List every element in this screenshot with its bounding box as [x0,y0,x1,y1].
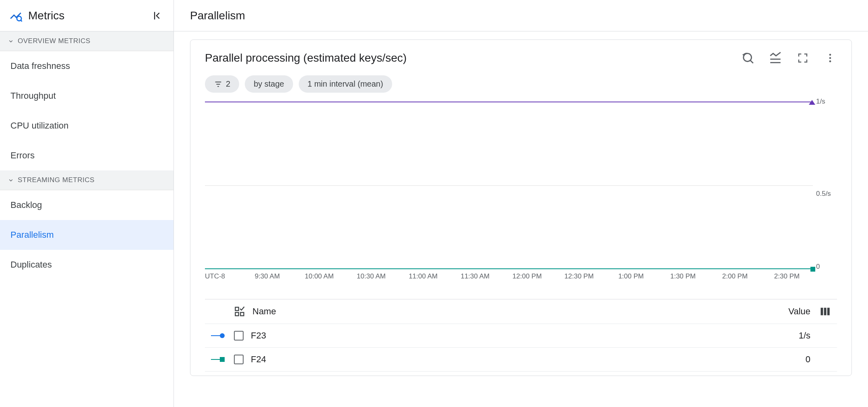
sidebar-item-errors[interactable]: Errors [0,141,174,170]
legend-name-header[interactable]: Name [250,306,766,317]
legend-toggle-button[interactable] [769,51,782,65]
series-marker [207,357,229,362]
filter-count-chip[interactable]: 2 [205,75,239,93]
x-tick-label: 2:30 PM [761,272,813,289]
section-header-overview[interactable]: OVERVIEW METRICS [0,31,174,51]
collapse-sidebar-button[interactable] [151,9,164,22]
svg-rect-13 [236,307,239,311]
series-line-f24 [205,268,813,269]
svg-rect-17 [824,308,827,316]
chart-plot [205,102,813,269]
sidebar-title: Metrics [28,9,151,22]
x-tick-label: 1:30 PM [657,272,709,289]
x-axis: UTC-8 9:30 AM 10:00 AM 10:30 AM 11:00 AM… [205,272,813,289]
more-vert-icon [825,52,836,64]
more-options-button[interactable] [823,51,837,65]
filter-icon [214,80,223,89]
card-header: Parallel processing (estimated keys/sec) [205,51,837,65]
series-name: F23 [248,330,766,341]
x-tick-label: 11:00 AM [397,272,449,289]
series-line-f23 [205,102,813,102]
series-marker [207,333,229,338]
sidebar-item-cpu-utilization[interactable]: CPU utilization [0,111,174,141]
section-label: OVERVIEW METRICS [18,37,91,45]
svg-point-9 [829,60,831,62]
sidebar: Metrics OVERVIEW METRICS Data freshness … [0,0,174,407]
x-tick-label: 10:30 AM [345,272,397,289]
triangle-marker-icon [809,100,815,105]
y-tick-label: 0 [816,263,820,271]
svg-point-8 [829,57,831,59]
y-tick-label: 0.5/s [816,190,831,198]
reset-zoom-button[interactable] [741,51,755,65]
section-header-streaming[interactable]: STREAMING METRICS [0,170,174,190]
sidebar-item-throughput[interactable]: Throughput [0,81,174,111]
sidebar-item-parallelism[interactable]: Parallelism [0,220,174,250]
zoom-reset-icon [741,51,755,65]
legend-header-row: Name Value [205,299,837,324]
legend-table: Name Value F23 1/s [205,299,837,372]
svg-rect-18 [827,308,830,316]
svg-line-1 [21,20,22,21]
svg-rect-15 [240,312,244,316]
svg-rect-14 [236,312,239,316]
x-tick-label: 12:30 PM [553,272,605,289]
gridline [205,185,813,186]
main-header: Parallelism [174,0,868,31]
x-tick-label: 9:30 AM [241,272,293,289]
main: Parallelism Parallel processing (estimat… [174,0,868,407]
series-value: 0 [766,354,814,365]
card-actions [741,51,837,65]
series-name: F24 [248,354,766,365]
legend-icon [769,51,782,65]
svg-point-7 [829,54,831,56]
chip-label: by stage [254,79,284,89]
timezone-label: UTC-8 [205,272,241,289]
sidebar-header: Metrics [0,0,174,31]
svg-line-3 [750,60,753,63]
x-tick-label: 10:00 AM [293,272,345,289]
square-marker-icon [810,267,815,272]
x-tick-label: 1:00 PM [605,272,657,289]
interval-chip[interactable]: 1 min interval (mean) [299,75,392,93]
filter-chips: 2 by stage 1 min interval (mean) [205,75,837,93]
chart-card: Parallel processing (estimated keys/sec) [190,39,852,376]
series-checkbox[interactable] [229,355,248,364]
chevron-down-icon [7,37,14,45]
columns-icon [819,306,831,317]
chip-label: 1 min interval (mean) [308,79,383,89]
chart[interactable]: 1/s 0.5/s 0 UTC-8 9:30 AM 10:00 AM 10:30… [205,99,837,289]
legend-row[interactable]: F24 0 [205,348,837,372]
sidebar-item-data-freshness[interactable]: Data freshness [0,51,174,81]
legend-row[interactable]: F23 1/s [205,324,837,348]
series-checkbox[interactable] [229,331,248,341]
columns-button[interactable] [814,306,835,317]
series-value: 1/s [766,330,814,341]
grid-check-icon [234,306,245,317]
x-tick-label: 11:30 AM [449,272,501,289]
chevron-left-bar-icon [152,10,163,21]
fullscreen-button[interactable] [796,51,810,65]
section-label: STREAMING METRICS [18,176,95,184]
x-tick-label: 12:00 PM [501,272,553,289]
sidebar-item-duplicates[interactable]: Duplicates [0,250,174,280]
chevron-down-icon [7,177,14,184]
legend-value-header[interactable]: Value [766,306,814,317]
svg-rect-16 [821,308,823,316]
sidebar-item-backlog[interactable]: Backlog [0,190,174,220]
fullscreen-icon [797,52,809,64]
y-tick-label: 1/s [816,98,825,106]
x-tick-label: 2:00 PM [709,272,761,289]
page-title: Parallelism [190,9,245,22]
card-title: Parallel processing (estimated keys/sec) [205,52,741,64]
select-all-button[interactable] [229,306,250,317]
group-by-chip[interactable]: by stage [245,75,293,93]
metrics-icon [9,9,23,23]
chip-label: 2 [226,79,230,89]
